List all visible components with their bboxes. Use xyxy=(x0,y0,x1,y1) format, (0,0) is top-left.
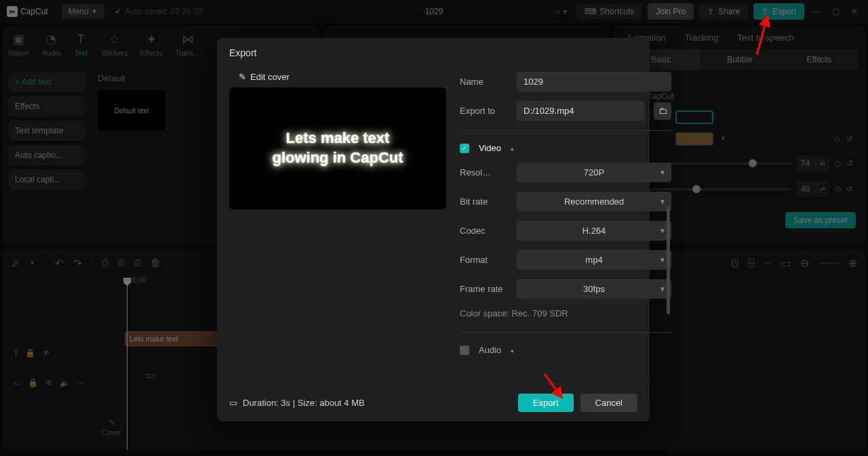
chevron-up-icon[interactable]: ▴ xyxy=(511,347,514,354)
format-select[interactable]: mp4▼ xyxy=(517,250,671,270)
audio-section-title: Audio xyxy=(479,345,501,355)
browse-folder-button[interactable]: 🗀 xyxy=(654,102,671,120)
codec-label: Codec xyxy=(460,226,507,236)
chevron-up-icon[interactable]: ▴ xyxy=(511,145,514,152)
chevron-down-icon: ▼ xyxy=(659,198,666,205)
resolution-label: Resol… xyxy=(460,167,507,178)
pencil-icon: ✎ xyxy=(239,72,246,82)
chevron-down-icon: ▼ xyxy=(659,285,666,293)
export-dialog: Export ✎ Edit cover Lets make text glowi… xyxy=(217,38,650,421)
format-label: Format xyxy=(460,255,507,265)
name-label: Name xyxy=(460,77,507,87)
name-input[interactable] xyxy=(517,72,671,91)
cancel-button[interactable]: Cancel xyxy=(580,394,637,412)
bitrate-select[interactable]: Recommended▼ xyxy=(517,192,671,211)
export-preview: Lets make text glowing in CapCut xyxy=(229,87,446,209)
film-icon: ▭ xyxy=(229,398,237,408)
scrollbar[interactable] xyxy=(667,206,670,314)
framerate-label: Frame rate xyxy=(460,284,507,294)
chevron-down-icon: ▼ xyxy=(659,256,666,264)
framerate-select[interactable]: 30fps▼ xyxy=(517,279,671,299)
export-confirm-button[interactable]: Export xyxy=(518,394,574,412)
export-info: Duration: 3s | Size: about 4 MB xyxy=(243,398,365,408)
folder-icon: 🗀 xyxy=(658,106,667,116)
chevron-down-icon: ▼ xyxy=(659,169,666,176)
audio-checkbox[interactable] xyxy=(460,346,469,355)
exportto-label: Export to xyxy=(460,106,507,116)
dialog-title: Export xyxy=(217,38,650,68)
exportto-input[interactable] xyxy=(517,101,644,121)
resolution-select[interactable]: 720P▼ xyxy=(517,163,671,182)
edit-cover-button[interactable]: ✎ Edit cover xyxy=(239,72,446,82)
video-checkbox[interactable]: ✓ xyxy=(460,144,469,153)
video-section-title: Video xyxy=(479,143,501,153)
bitrate-label: Bit rate xyxy=(460,196,507,207)
color-space-info: Color space: Rec. 709 SDR xyxy=(460,308,671,318)
codec-select[interactable]: H.264▼ xyxy=(517,221,671,241)
chevron-down-icon: ▼ xyxy=(659,227,666,234)
